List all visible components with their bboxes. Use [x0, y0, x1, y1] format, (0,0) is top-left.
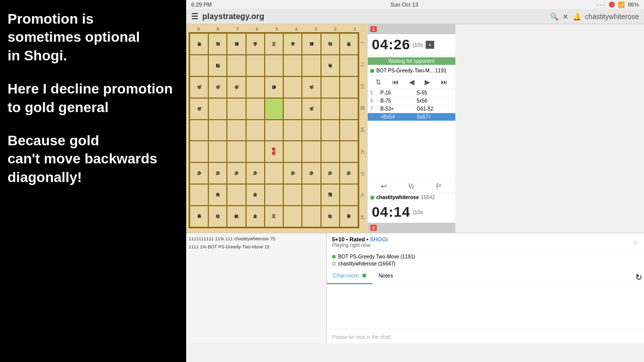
cell-4-5[interactable] [265, 98, 283, 120]
cell-5-3[interactable] [227, 120, 246, 141]
cell-7-1[interactable]: 歩 [190, 162, 208, 184]
cell-5-5[interactable] [265, 120, 283, 141]
flip-board-button[interactable]: ⇅ [375, 78, 381, 86]
move-row-6[interactable]: 6 B-75 5x56 [368, 97, 455, 105]
cell-4-9[interactable] [340, 98, 358, 120]
cell-6-2[interactable] [208, 141, 227, 162]
cell-9-1[interactable]: 香 [190, 206, 208, 227]
hamburger-icon[interactable]: ☰ [191, 12, 198, 21]
cell-2-7[interactable] [302, 55, 320, 76]
cell-6-4[interactable] [246, 141, 265, 162]
cell-1-4[interactable]: 金 [246, 33, 265, 55]
cell-5-2[interactable] [208, 120, 227, 141]
cell-8-8[interactable]: 飛 [321, 184, 340, 206]
game-list-item-2[interactable]: 1111 1% BOT PS-Greedy-Two-Move 15 [189, 244, 324, 250]
cell-4-2[interactable] [208, 98, 227, 120]
cell-8-2[interactable]: 角 [208, 184, 227, 206]
cell-7-8[interactable]: 歩 [321, 162, 340, 184]
shogi-board[interactable]: 香 桂 銀 金 王 金 銀 桂 香 飛 [189, 32, 359, 228]
cell-2-3[interactable] [227, 55, 246, 76]
cell-8-4[interactable]: 金 [246, 184, 265, 206]
cell-5-9[interactable] [340, 120, 358, 141]
chat-messages[interactable] [327, 285, 644, 329]
cell-4-6[interactable] [283, 98, 302, 120]
cell-4-1[interactable]: 歩 [190, 98, 208, 120]
cell-3-5[interactable]: 銀 [265, 76, 283, 98]
cell-1-8[interactable]: 桂 [321, 33, 340, 55]
cell-5-6[interactable] [283, 120, 302, 141]
cell-1-1[interactable]: 香 [190, 33, 208, 55]
cell-7-6[interactable]: 歩 [283, 162, 302, 184]
user-account[interactable]: chastitywhiterose [585, 13, 639, 21]
cell-7-2[interactable]: 歩 [208, 162, 227, 184]
cell-8-3[interactable] [227, 184, 246, 206]
cell-1-2[interactable]: 桂 [208, 33, 227, 55]
cell-6-9[interactable] [340, 141, 358, 162]
timer-add-button[interactable]: + [426, 41, 434, 49]
cell-1-9[interactable]: 香 [340, 33, 358, 55]
cell-9-4[interactable]: 金 [246, 206, 265, 227]
cell-3-7[interactable]: 歩 [302, 76, 320, 98]
cell-3-4[interactable] [246, 76, 265, 98]
cell-7-3[interactable]: 歩 [227, 162, 246, 184]
cell-1-7[interactable]: 銀 [302, 33, 320, 55]
browser-url[interactable]: playstrategy.org [202, 12, 546, 21]
notification-icon[interactable]: 🔔 [573, 13, 581, 21]
refresh-chat-button[interactable]: ↻ [633, 270, 644, 284]
last-move-button[interactable]: ⏭ [441, 78, 448, 86]
cell-9-2[interactable]: 桂 [208, 206, 227, 227]
cell-3-6[interactable] [283, 76, 302, 98]
cell-6-1[interactable] [190, 141, 208, 162]
cell-3-3[interactable]: 歩 [227, 76, 246, 98]
move-row-7[interactable]: 7 B-53+ G61-52 [368, 105, 455, 113]
prev-move-button[interactable]: ◀ [409, 78, 415, 86]
cell-4-7[interactable]: 歩 [302, 98, 320, 120]
shogi-link[interactable]: SHOGI [370, 236, 387, 242]
cell-9-8[interactable]: 桂 [321, 206, 340, 227]
cell-2-6[interactable] [283, 55, 302, 76]
cell-4-4[interactable] [246, 98, 265, 120]
cell-2-2[interactable]: 飛 [208, 55, 227, 76]
cell-1-6[interactable]: 金 [283, 33, 302, 55]
favorite-star-button[interactable]: ☆ [632, 238, 639, 246]
chat-room-tab[interactable]: Chat room [327, 270, 372, 284]
cell-7-5[interactable] [265, 162, 283, 184]
cell-7-4[interactable]: 歩 [246, 162, 265, 184]
cell-9-6[interactable] [283, 206, 302, 227]
cell-5-4[interactable] [246, 120, 265, 141]
cell-5-1[interactable] [190, 120, 208, 141]
cell-3-2[interactable]: 歩 [208, 76, 227, 98]
close-icon[interactable]: ✕ [562, 13, 569, 21]
draw-button[interactable]: ½ [408, 182, 414, 190]
cell-2-8[interactable]: 角 [321, 55, 340, 76]
cell-4-8[interactable] [321, 98, 340, 120]
cell-7-7[interactable]: 歩 [302, 162, 320, 184]
cell-7-9[interactable]: 歩 [340, 162, 358, 184]
cell-2-1[interactable] [190, 55, 208, 76]
cell-9-7[interactable] [302, 206, 320, 227]
cell-2-9[interactable] [340, 55, 358, 76]
cell-1-5[interactable]: 王 [265, 33, 283, 55]
cell-2-5[interactable] [265, 55, 283, 76]
undo-button[interactable]: ↩ [381, 182, 387, 190]
next-move-button[interactable]: ▶ [425, 78, 430, 86]
search-icon[interactable]: 🔍 [550, 13, 558, 21]
cell-2-4[interactable] [246, 55, 265, 76]
cell-9-3[interactable]: 銀 [227, 206, 246, 227]
move-row-8[interactable]: 8 +Bx54 Sx67= [368, 113, 455, 121]
cell-6-6[interactable] [283, 141, 302, 162]
cell-6-3[interactable] [227, 141, 246, 162]
cell-6-7[interactable] [302, 141, 320, 162]
cell-8-7[interactable] [302, 184, 320, 206]
cell-5-8[interactable] [321, 120, 340, 141]
cell-3-8[interactable] [321, 76, 340, 98]
cell-1-3[interactable]: 銀 [227, 33, 246, 55]
cell-4-3[interactable] [227, 98, 246, 120]
cell-9-9[interactable]: 香 [340, 206, 358, 227]
cell-8-1[interactable] [190, 184, 208, 206]
resign-flag-button[interactable]: 🏳 [435, 182, 442, 190]
game-list-item-1[interactable]: 1111111111 11%.111 chastitywhiterose 75 [189, 236, 324, 242]
cell-8-5[interactable] [265, 184, 283, 206]
cell-6-5[interactable]: 竜将 [265, 141, 283, 162]
move-row-5[interactable]: 5 P-16 S-65 [368, 89, 455, 97]
